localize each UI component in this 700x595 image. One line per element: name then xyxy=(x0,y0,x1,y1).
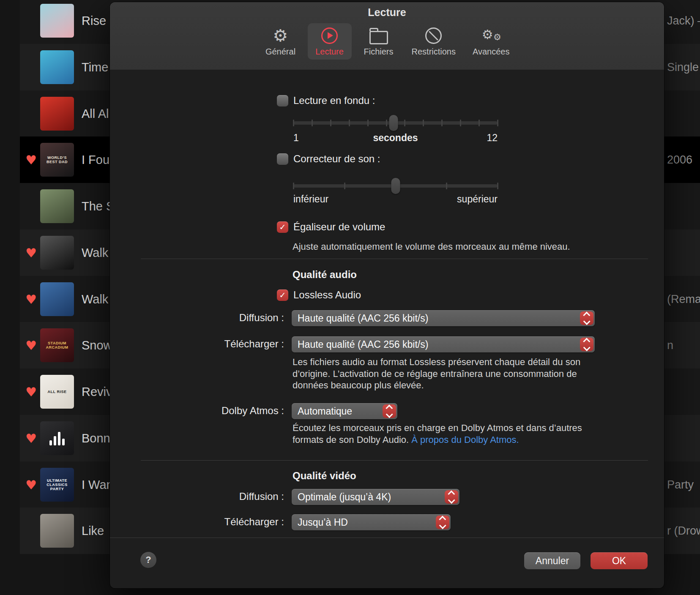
track-title: I Wan xyxy=(82,478,113,491)
heart-icon[interactable]: ♥ xyxy=(25,245,37,260)
tab-label: Fichiers xyxy=(364,47,394,57)
cancel-button[interactable]: Annuler xyxy=(524,552,580,569)
album-art: WORLD’S BEST DAD xyxy=(40,143,74,177)
video-download-value: Jusqu’à HD xyxy=(298,514,348,530)
album-art xyxy=(40,421,74,455)
album-art-label: WORLD’S BEST DAD xyxy=(40,156,74,164)
fade-min-label: 1 xyxy=(293,132,299,144)
equalizer-caption: Ajuste automatiquement le volume des mor… xyxy=(293,241,639,253)
stepper-icon xyxy=(436,516,449,529)
tab-label: Restrictions xyxy=(412,47,456,57)
track-title: Like xyxy=(82,524,104,538)
track-meta: r (Drow xyxy=(667,524,700,538)
heart-icon[interactable]: ♥ xyxy=(25,385,37,399)
dolby-label: Dolby Atmos : xyxy=(166,405,284,417)
video-quality-title: Qualité vidéo xyxy=(293,470,356,482)
video-streaming-select[interactable]: Optimale (jusqu’à 4K) xyxy=(292,489,459,505)
fade-unit-label: secondes xyxy=(373,132,418,144)
fade-max-label: 12 xyxy=(487,132,498,144)
fade-checkbox[interactable]: ✓ xyxy=(277,95,288,106)
heart-icon[interactable]: ♥ xyxy=(25,338,37,353)
track-title: Reviv xyxy=(82,385,112,399)
heart-icon[interactable]: ♥ xyxy=(25,292,37,306)
preferences-dialog: Lecture ⚙ Général Lecture Fichiers Restr… xyxy=(110,2,664,588)
help-button[interactable]: ? xyxy=(140,552,156,568)
video-download-select[interactable]: Jusqu’à HD xyxy=(292,514,451,530)
corrector-checkbox-row: ✓ Correcteur de son : xyxy=(277,153,380,165)
corrector-max-label: supérieur xyxy=(457,194,498,205)
tab-lecture[interactable]: Lecture xyxy=(308,23,352,60)
dolby-about-link[interactable]: À propos du Dolby Atmos. xyxy=(411,434,519,445)
tab-avancees[interactable]: ⚙⚙ Avancées xyxy=(467,23,515,60)
track-title: Walk xyxy=(82,246,108,259)
preferences-tabs: ⚙ Général Lecture Fichiers Restrictions xyxy=(110,23,664,60)
album-art xyxy=(40,514,74,548)
fade-slider[interactable] xyxy=(293,115,498,131)
dolby-select[interactable]: Automatique xyxy=(292,403,397,419)
slider-handle[interactable] xyxy=(389,115,398,131)
album-art-label: ALL RISE xyxy=(46,390,68,394)
corrector-label: Correcteur de son : xyxy=(293,153,380,165)
equalizer-checkbox[interactable]: ✓ xyxy=(277,221,288,233)
play-circle-icon xyxy=(321,27,338,44)
album-art: ALL RISE xyxy=(40,375,74,409)
tab-restrictions[interactable]: Restrictions xyxy=(406,23,462,60)
track-meta: Single xyxy=(667,60,699,74)
fade-checkbox-row: ✓ Lecture en fondu : xyxy=(277,95,375,106)
video-download-label: Télécharger : xyxy=(166,516,284,528)
track-title: I Fou xyxy=(82,153,109,167)
footer-divider xyxy=(110,538,664,538)
lossless-label: Lossless Audio xyxy=(293,289,361,301)
audio-streaming-select[interactable]: Haute qualité (AAC 256 kbit/s) xyxy=(292,310,595,326)
video-streaming-value: Optimale (jusqu’à 4K) xyxy=(298,489,391,505)
album-art-label: STADIUM ARCADIUM xyxy=(40,341,74,349)
stepper-icon xyxy=(580,338,593,351)
track-title: Bonn xyxy=(82,431,110,445)
audio-streaming-label: Diffusion : xyxy=(166,312,284,324)
tab-label: Avancées xyxy=(473,47,509,57)
album-art: ULTIMATE CLASSICS PARTY xyxy=(40,468,74,502)
dialog-title: Lecture xyxy=(110,6,664,19)
stepper-icon xyxy=(383,404,396,418)
heart-icon[interactable]: ♥ xyxy=(25,477,37,492)
track-meta: 2006 xyxy=(667,153,692,166)
preferences-toolbar: Lecture ⚙ Général Lecture Fichiers Restr… xyxy=(110,2,664,70)
track-meta: Party xyxy=(667,478,694,491)
track-title: Walk xyxy=(82,292,108,306)
lossless-checkbox-row: ✓ Lossless Audio xyxy=(277,289,361,301)
folder-icon xyxy=(369,27,388,44)
album-art-label: ULTIMATE CLASSICS PARTY xyxy=(40,478,74,491)
tab-label: Lecture xyxy=(315,47,344,57)
tab-label: Général xyxy=(265,47,295,57)
album-art xyxy=(40,97,74,131)
album-art xyxy=(40,50,74,84)
track-meta: (Remas xyxy=(667,292,700,306)
album-art xyxy=(40,189,74,223)
section-divider xyxy=(141,460,648,461)
gears-icon: ⚙⚙ xyxy=(482,27,500,44)
gear-icon: ⚙ xyxy=(273,27,288,44)
lossless-caption: Les fichiers audio au format Lossless pr… xyxy=(293,356,639,391)
equalizer-label: Égaliseur de volume xyxy=(293,221,385,233)
tab-general[interactable]: ⚙ Général xyxy=(259,23,303,60)
heart-icon[interactable]: ♥ xyxy=(25,153,37,167)
music-app-window: RiseJack) –TimeSingleAll Al♥WORLD’S BEST… xyxy=(0,0,700,595)
lossless-checkbox[interactable]: ✓ xyxy=(277,289,288,301)
heart-icon[interactable]: ♥ xyxy=(25,431,37,445)
stepper-icon xyxy=(580,311,593,325)
audio-streaming-value: Haute qualité (AAC 256 kbit/s) xyxy=(298,310,428,326)
equalizer-checkbox-row: ✓ Égaliseur de volume xyxy=(277,221,385,233)
ok-button[interactable]: OK xyxy=(591,552,648,569)
equalizer-bars-icon xyxy=(49,431,65,445)
slider-handle[interactable] xyxy=(391,178,400,194)
corrector-checkbox[interactable]: ✓ xyxy=(277,153,288,165)
track-title: The S xyxy=(82,199,114,213)
track-meta: Jack) – xyxy=(667,14,700,27)
audio-download-select[interactable]: Haute qualité (AAC 256 kbit/s) xyxy=(292,336,595,352)
tab-fichiers[interactable]: Fichiers xyxy=(357,23,401,60)
corrector-min-label: inférieur xyxy=(293,194,328,205)
track-meta: n xyxy=(667,339,673,352)
corrector-slider[interactable] xyxy=(293,178,498,194)
video-streaming-label: Diffusion : xyxy=(166,491,284,502)
album-art: STADIUM ARCADIUM xyxy=(40,328,74,362)
